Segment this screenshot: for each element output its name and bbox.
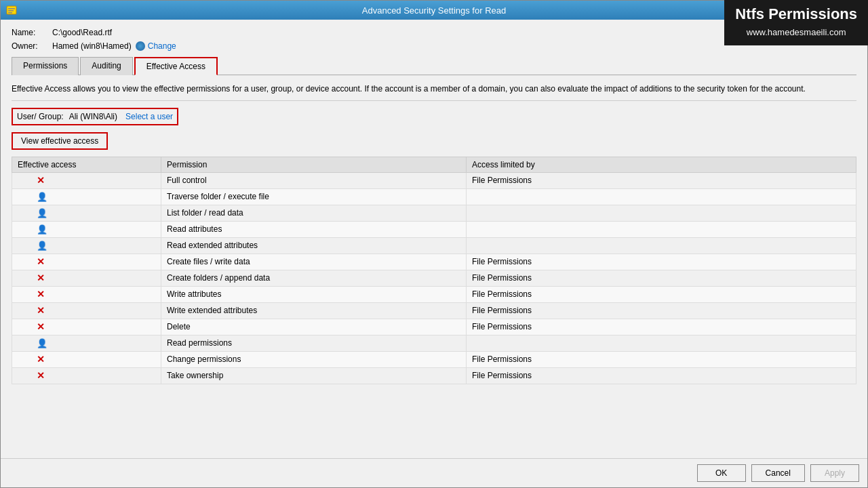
owner-label: Owner: xyxy=(12,41,52,51)
allow-icon: 👤 xyxy=(37,224,47,235)
name-label: Name: xyxy=(12,28,52,37)
owner-value: Hamed (win8\Hamed) xyxy=(52,41,132,51)
deny-icon: ✕ xyxy=(37,256,45,267)
access-limited-cell: File Permissions xyxy=(467,253,856,270)
effective-access-cell: ✕ xyxy=(12,253,161,270)
access-limited-cell xyxy=(467,335,856,351)
permission-cell: Create files / write data xyxy=(161,253,467,270)
tab-effective-access[interactable]: Effective Access xyxy=(134,57,218,75)
table-row: 👤Read permissions xyxy=(12,335,856,351)
watermark-title: Ntfs Permissions xyxy=(735,5,857,23)
table-row: ✕Full controlFile Permissions xyxy=(12,172,856,188)
cancel-button[interactable]: Cancel xyxy=(751,464,805,482)
change-link[interactable]: Change xyxy=(136,41,176,51)
svg-rect-2 xyxy=(8,10,14,12)
access-limited-cell: File Permissions xyxy=(467,302,856,319)
title-bar-icon xyxy=(6,5,17,16)
svg-rect-3 xyxy=(8,12,12,14)
allow-icon: 👤 xyxy=(37,241,47,251)
apply-button[interactable]: Apply xyxy=(810,464,859,482)
effective-access-cell: 👤 xyxy=(12,188,161,205)
permission-cell: Read extended attributes xyxy=(161,237,467,253)
effective-access-cell: 👤 xyxy=(12,221,161,237)
user-group-row: User/ Group: Ali (WIN8\Ali) Select a use… xyxy=(12,108,178,125)
access-limited-cell: File Permissions xyxy=(467,270,856,286)
view-effective-access-button[interactable]: View effective access xyxy=(12,132,108,150)
table-row: ✕DeleteFile Permissions xyxy=(12,319,856,335)
deny-icon: ✕ xyxy=(37,305,45,316)
description-text: Effective Access allows you to view the … xyxy=(12,75,856,101)
tab-auditing[interactable]: Auditing xyxy=(80,57,132,75)
table-row: ✕Change permissionsFile Permissions xyxy=(12,351,856,367)
permission-cell: Change permissions xyxy=(161,351,467,367)
user-group-label: User/ Group: xyxy=(17,112,64,121)
permission-cell: List folder / read data xyxy=(161,205,467,221)
user-group-value: Ali (WIN8\Ali) xyxy=(69,112,117,121)
tabs-container: Permissions Auditing Effective Access xyxy=(12,56,856,75)
watermark-url: www.hamedesmaeili.com xyxy=(735,27,857,37)
permission-cell: Full control xyxy=(161,172,467,188)
allow-icon: 👤 xyxy=(37,192,47,202)
select-user-link[interactable]: Select a user xyxy=(125,112,173,121)
col-access-limited-by: Access limited by xyxy=(467,157,856,172)
globe-icon xyxy=(136,41,145,51)
deny-icon: ✕ xyxy=(37,370,45,381)
dialog: Advanced Security Settings for Read Name… xyxy=(0,0,868,488)
table-header-row: Effective access Permission Access limit… xyxy=(12,157,856,172)
allow-icon: 👤 xyxy=(37,208,47,218)
permission-cell: Write extended attributes xyxy=(161,302,467,319)
access-limited-cell: File Permissions xyxy=(467,367,856,384)
effective-access-cell: ✕ xyxy=(12,302,161,319)
deny-icon: ✕ xyxy=(37,272,45,283)
change-link-label: Change xyxy=(148,41,176,51)
allow-icon: 👤 xyxy=(37,338,47,348)
table-row: 👤List folder / read data xyxy=(12,205,856,221)
access-limited-cell xyxy=(467,205,856,221)
access-limited-cell xyxy=(467,188,856,205)
table-row: ✕Create files / write dataFile Permissio… xyxy=(12,253,856,270)
watermark: Ntfs Permissions www.hamedesmaeili.com xyxy=(724,0,868,45)
effective-access-cell: ✕ xyxy=(12,367,161,384)
deny-icon: ✕ xyxy=(37,354,45,365)
svg-rect-1 xyxy=(8,8,15,9)
deny-icon: ✕ xyxy=(37,289,45,300)
tab-permissions[interactable]: Permissions xyxy=(12,57,79,75)
table-row: ✕Create folders / append dataFile Permis… xyxy=(12,270,856,286)
access-limited-cell: File Permissions xyxy=(467,286,856,302)
effective-access-cell: ✕ xyxy=(12,351,161,367)
table-container: Effective access Permission Access limit… xyxy=(12,157,856,384)
name-value: C:\good\Read.rtf xyxy=(52,28,112,37)
permission-cell: Write attributes xyxy=(161,286,467,302)
table-row: 👤Read extended attributes xyxy=(12,237,856,253)
permission-cell: Read permissions xyxy=(161,335,467,351)
effective-access-cell: 👤 xyxy=(12,335,161,351)
table-row: 👤Traverse folder / execute file xyxy=(12,188,856,205)
table-row: ✕Write extended attributesFile Permissio… xyxy=(12,302,856,319)
col-permission: Permission xyxy=(161,157,467,172)
permission-cell: Create folders / append data xyxy=(161,270,467,286)
ok-button[interactable]: OK xyxy=(697,464,746,482)
permission-cell: Read attributes xyxy=(161,221,467,237)
access-limited-cell: File Permissions xyxy=(467,172,856,188)
title-bar-text: Advanced Security Settings for Read xyxy=(362,5,506,16)
col-effective-access: Effective access xyxy=(12,157,161,172)
content-area: Name: C:\good\Read.rtf Owner: Hamed (win… xyxy=(1,20,867,392)
effective-access-cell: ✕ xyxy=(12,270,161,286)
deny-icon: ✕ xyxy=(37,321,45,332)
table-row: ✕Write attributesFile Permissions xyxy=(12,286,856,302)
effective-access-cell: 👤 xyxy=(12,237,161,253)
effective-access-cell: ✕ xyxy=(12,286,161,302)
table-row: ✕Take ownershipFile Permissions xyxy=(12,367,856,384)
access-limited-cell xyxy=(467,237,856,253)
permission-cell: Traverse folder / execute file xyxy=(161,188,467,205)
effective-access-cell: ✕ xyxy=(12,172,161,188)
access-limited-cell xyxy=(467,221,856,237)
permission-cell: Delete xyxy=(161,319,467,335)
deny-icon: ✕ xyxy=(37,175,45,186)
access-table: Effective access Permission Access limit… xyxy=(12,157,856,384)
effective-access-cell: ✕ xyxy=(12,319,161,335)
access-limited-cell: File Permissions xyxy=(467,351,856,367)
effective-access-cell: 👤 xyxy=(12,205,161,221)
table-row: 👤Read attributes xyxy=(12,221,856,237)
access-limited-cell: File Permissions xyxy=(467,319,856,335)
